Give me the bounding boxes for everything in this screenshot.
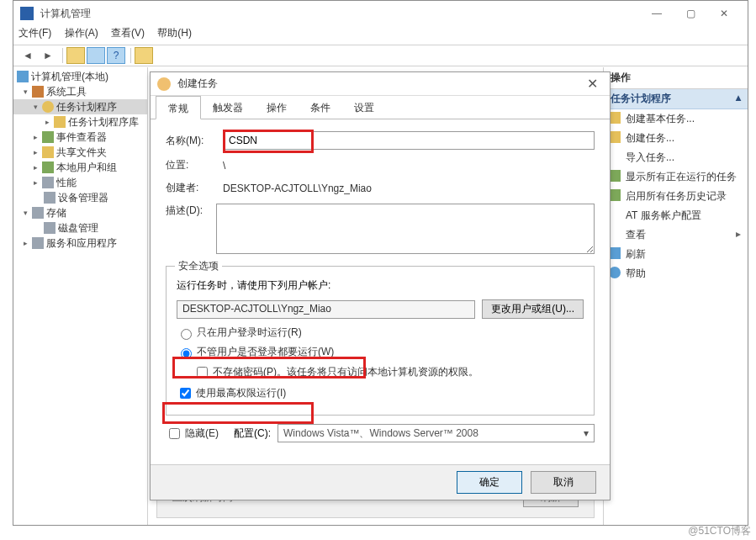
desc-input[interactable] (216, 204, 595, 254)
tree-root[interactable]: 计算机管理(本地) (13, 69, 147, 84)
menu-help[interactable]: 帮助(H) (157, 27, 192, 39)
separator (130, 48, 131, 63)
config-select[interactable]: Windows Vista™、Windows Server™ 2008 ▾ (278, 424, 595, 442)
action-enable-history[interactable]: 启用所有任务历史记录 (604, 187, 748, 206)
tree-shared[interactable]: ▸共享文件夹 (13, 145, 147, 160)
change-user-button[interactable]: 更改用户或组(U)... (482, 299, 584, 319)
maximize-button[interactable]: ▢ (674, 3, 707, 24)
chk-hidden[interactable]: 隐藏(E) (166, 426, 219, 442)
tree-services[interactable]: ▸服务和应用程序 (13, 236, 147, 251)
help-icon[interactable]: ? (107, 47, 125, 64)
props-icon[interactable] (66, 47, 85, 64)
run-as-label: 运行任务时，请使用下列用户帐户: (177, 278, 584, 293)
tree-devmgr[interactable]: 设备管理器 (13, 190, 147, 205)
dialog-title: 创建任务 (177, 77, 582, 91)
creator-label: 创建者: (166, 181, 223, 195)
action-create-basic[interactable]: 创建基本任务... (604, 109, 748, 129)
creator-value: DESKTOP-ACJTOLL\Yngz_Miao (223, 183, 372, 194)
tree-eventviewer[interactable]: ▸事件查看器 (13, 130, 147, 145)
chk-highest-priv[interactable]: 使用最高权限运行(I) (177, 385, 584, 401)
dialog-close-button[interactable]: ✕ (582, 76, 603, 92)
location-value: \ (223, 160, 225, 172)
watermark: @51CTO博客 (688, 524, 751, 538)
tree-pane: 计算机管理(本地) ▾系统工具 ▾任务计划程序 ▸任务计划程序库 ▸事件查看器 … (13, 67, 148, 525)
tab-triggers[interactable]: 触发器 (201, 96, 255, 119)
action-help[interactable]: 帮助 (604, 264, 748, 283)
tree-users[interactable]: ▸本地用户和组 (13, 160, 147, 175)
close-button[interactable]: ✕ (707, 3, 741, 24)
view-icon[interactable] (87, 47, 105, 64)
app-icon (20, 7, 34, 20)
actions-pane: 操作 任务计划程序▴ 创建基本任务... 创建任务... 导入任务... 显示所… (603, 67, 748, 525)
separator (62, 48, 63, 63)
action-import[interactable]: 导入任务... (604, 148, 748, 167)
dialog-tabs: 常规 触发器 操作 条件 设置 (151, 96, 610, 119)
action-at-svc[interactable]: AT 服务帐户配置 (604, 206, 748, 225)
desc-label: 描述(D): (166, 204, 216, 218)
name-label: 名称(M): (166, 134, 223, 148)
tab-conditions[interactable]: 条件 (299, 96, 342, 119)
create-task-dialog: 创建任务 ✕ 常规 触发器 操作 条件 设置 名称(M): 位置: \ 创建者:… (150, 71, 611, 500)
name-input[interactable] (223, 131, 595, 150)
title-bar: 计算机管理 — ▢ ✕ (13, 1, 748, 26)
location-label: 位置: (166, 158, 223, 172)
dialog-titlebar: 创建任务 ✕ (151, 72, 610, 96)
actions-header: 操作 (604, 67, 748, 89)
tab-actions[interactable]: 操作 (255, 96, 299, 119)
toolbar: ◄ ► ? (13, 45, 748, 66)
forward-icon[interactable]: ► (39, 47, 57, 64)
chk-no-password[interactable]: 不存储密码(P)。该任务将只有访问本地计算机资源的权限。 (193, 364, 584, 380)
cancel-button[interactable]: 取消 (531, 471, 596, 494)
window-title: 计算机管理 (40, 7, 640, 21)
config-label: 配置(C): (234, 426, 271, 441)
menu-file[interactable]: 文件(F) (19, 27, 51, 39)
action-view[interactable]: 查看▸ (604, 225, 748, 245)
menu-bar: 文件(F) 操作(A) 查看(V) 帮助(H) (13, 26, 748, 45)
security-legend: 安全选项 (175, 259, 222, 273)
chevron-down-icon: ▾ (584, 427, 589, 439)
radio-always[interactable]: 不管用户是否登录都要运行(W) (177, 345, 584, 359)
dialog-body: 名称(M): 位置: \ 创建者: DESKTOP-ACJTOLL\Yngz_M… (151, 119, 610, 464)
tree-scheduler-lib[interactable]: ▸任务计划程序库 (13, 114, 147, 130)
user-account-box: DESKTOP-ACJTOLL\Yngz_Miao (177, 300, 475, 319)
dialog-footer: 确定 取消 (151, 464, 610, 500)
menu-view[interactable]: 查看(V) (111, 27, 145, 39)
extra-icon[interactable] (135, 47, 153, 64)
minimize-button[interactable]: — (640, 3, 674, 24)
back-icon[interactable]: ◄ (19, 47, 37, 64)
actions-section-title: 任务计划程序▴ (604, 89, 748, 109)
dialog-icon (157, 77, 171, 91)
tree-diskmgr[interactable]: 磁盘管理 (13, 220, 147, 236)
tree-perf[interactable]: ▸性能 (13, 175, 147, 190)
tree-storage[interactable]: ▾存储 (13, 205, 147, 220)
security-group: 安全选项 运行任务时，请使用下列用户帐户: DESKTOP-ACJTOLL\Yn… (166, 266, 595, 416)
tree-scheduler[interactable]: ▾任务计划程序 (13, 99, 147, 114)
ok-button[interactable]: 确定 (457, 471, 522, 494)
tree-systools[interactable]: ▾系统工具 (13, 84, 147, 99)
tab-general[interactable]: 常规 (156, 96, 201, 119)
tab-settings[interactable]: 设置 (342, 96, 386, 119)
action-show-running[interactable]: 显示所有正在运行的任务 (604, 167, 748, 187)
action-refresh[interactable]: 刷新 (604, 245, 748, 264)
menu-action[interactable]: 操作(A) (65, 27, 98, 39)
action-create-task[interactable]: 创建任务... (604, 129, 748, 148)
radio-logged-in[interactable]: 只在用户登录时运行(R) (177, 326, 584, 340)
